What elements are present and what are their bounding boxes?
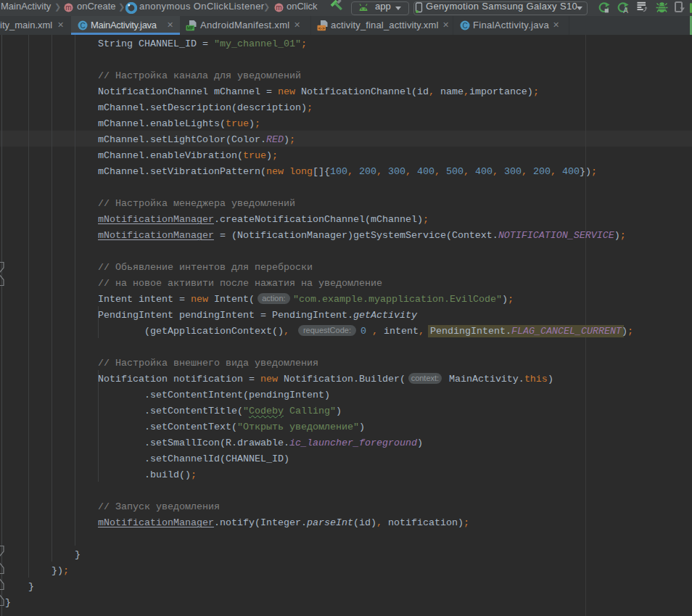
svg-text:A: A bbox=[623, 7, 628, 14]
svg-text:<·>: <·> bbox=[318, 26, 326, 30]
svg-text:m: m bbox=[65, 4, 71, 12]
svg-text:m: m bbox=[276, 4, 281, 12]
svg-text:C: C bbox=[462, 22, 467, 30]
svg-text:C: C bbox=[80, 22, 85, 30]
svg-text:MF: MF bbox=[187, 25, 194, 30]
